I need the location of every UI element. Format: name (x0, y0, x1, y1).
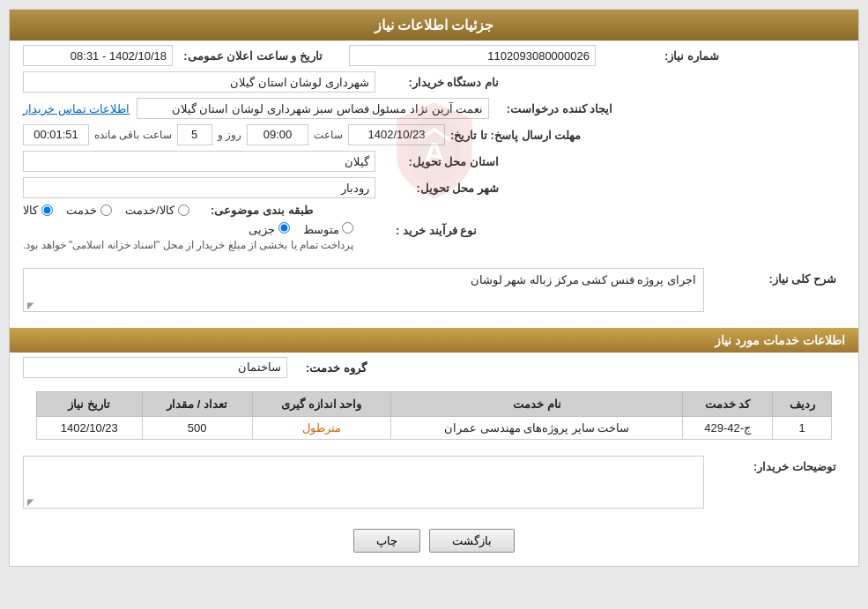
need-number-row: شماره نیاز: 1102093080000026 تاریخ و ساع… (23, 45, 845, 66)
description-label: شرح کلی نیاز: (713, 268, 845, 286)
category-options: کالا/خدمت خدمت کالا (23, 204, 189, 217)
purchase-type-note: پرداخت تمام یا بخشی از مبلغ خریدار از مح… (23, 239, 353, 251)
creator-row: ایجاد کننده درخواست: نعمت آرین نژاد مسئو… (23, 98, 845, 119)
col-header-quantity: تعداد / مقدار (142, 392, 252, 417)
cell-unit: مترطول (252, 417, 391, 440)
general-description-section: شرح کلی نیاز: اجرای پروژه فنس کشی مرکز ز… (10, 261, 858, 319)
creator-label: ایجاد کننده درخواست: (489, 102, 621, 115)
page-title: جزئیات اطلاعات نیاز (375, 18, 494, 33)
city-value: رودبار (23, 177, 375, 198)
category-option-kala[interactable]: کالا (23, 204, 53, 217)
service-group-label: گروه خدمت: (296, 361, 367, 375)
deadline-label: مهلت ارسال پاسخ: تا تاریخ: (450, 129, 590, 142)
cell-quantity: 500 (142, 417, 252, 440)
notes-resize-handle: ◤ (26, 497, 34, 506)
services-section-title: اطلاعات خدمات مورد نیاز (10, 328, 858, 353)
days-label: روز و (218, 129, 241, 141)
services-table: ردیف کد خدمت نام خدمت واحد اندازه گیری ت… (36, 391, 832, 440)
category-label: طبقه بندی موضوعی: (189, 204, 322, 217)
city-row: شهر محل تحویل: رودبار (23, 177, 845, 198)
col-header-unit: واحد اندازه گیری (252, 392, 391, 417)
deadline-days: 5 (177, 124, 212, 145)
col-header-date: تاریخ نیاز (37, 392, 143, 417)
province-label: استان محل تحویل: (375, 155, 508, 168)
buyer-org-value: شهرداری لوشان استان گیلان (23, 71, 375, 93)
buyer-org-row: نام دستگاه خریدار: شهرداری لوشان استان گ… (23, 71, 845, 93)
creator-value: نعمت آرین نژاد مسئول فضاس سبز شهرداری لو… (137, 98, 489, 119)
province-row: استان محل تحویل: گیلان (23, 151, 845, 172)
category-row: طبقه بندی موضوعی: کالا/خدمت خدمت کالا (23, 204, 845, 217)
deadline-time: 09:00 (247, 124, 308, 145)
service-group-row: گروه خدمت: ساختمان (10, 353, 858, 382)
purchase-type-motavasset[interactable]: متوسط (303, 222, 354, 236)
col-header-service-name: نام خدمت (391, 392, 683, 417)
cell-service-code: ج-42-429 (683, 417, 773, 440)
category-option-kala-khedmat[interactable]: کالا/خدمت (125, 204, 189, 217)
province-value: گیلان (23, 151, 375, 172)
cell-date: 1402/10/23 (37, 417, 143, 440)
need-number-label: شماره نیاز: (596, 49, 728, 63)
table-row: 1 ج-42-429 ساخت سایر پروژه‌های مهندسی عم… (37, 417, 832, 440)
purchase-type-jozii[interactable]: جزیی (249, 222, 290, 236)
category-option-khedmat[interactable]: خدمت (66, 204, 112, 217)
buyer-notes-label: توضیحات خریدار: (713, 456, 845, 473)
purchase-type-options: متوسط جزیی (23, 222, 353, 236)
buyer-org-label: نام دستگاه خریدار: (375, 76, 508, 89)
purchase-type-label: نوع فرآیند خرید : (353, 222, 486, 237)
print-button[interactable]: چاپ (353, 529, 420, 553)
purchase-type-row: نوع فرآیند خرید : متوسط جزیی پرداخت تمام… (23, 222, 845, 251)
deadline-row: مهلت ارسال پاسخ: تا تاریخ: 1402/10/23 سا… (23, 124, 845, 145)
resize-handle: ◤ (26, 301, 34, 309)
time-label: ساعت (314, 129, 343, 141)
city-label: شهر محل تحویل: (375, 182, 508, 195)
announcement-date-label: تاریخ و ساعت اعلان عمومی: (173, 49, 331, 63)
cell-row-num: 1 (773, 417, 832, 440)
page-header: جزئیات اطلاعات نیاز (10, 10, 858, 41)
services-table-wrapper: ردیف کد خدمت نام خدمت واحد اندازه گیری ت… (10, 382, 858, 449)
col-header-row-num: ردیف (773, 392, 832, 417)
buyer-notes-box: ◤ (23, 456, 704, 509)
buyer-notes-section: توضیحات خریدار: ◤ (10, 449, 858, 516)
back-button[interactable]: بازگشت (429, 529, 515, 553)
col-header-service-code: کد خدمت (683, 392, 773, 417)
buttons-row: بازگشت چاپ (10, 516, 858, 566)
description-box: اجرای پروژه فنس کشی مرکز زباله شهر لوشان… (23, 268, 704, 312)
need-number-value: 1102093080000026 (349, 45, 596, 66)
cell-service-name: ساخت سایر پروژه‌های مهندسی عمران (391, 417, 683, 440)
contact-info-link[interactable]: اطلاعات تماس خریدار (23, 102, 130, 115)
service-group-value: ساختمان (23, 357, 287, 378)
remaining-label: ساعت باقی مانده (94, 129, 172, 141)
deadline-date: 1402/10/23 (348, 124, 445, 145)
remaining-time: 00:01:51 (23, 124, 89, 145)
announcement-date-value: 1402/10/18 - 08:31 (23, 45, 173, 66)
